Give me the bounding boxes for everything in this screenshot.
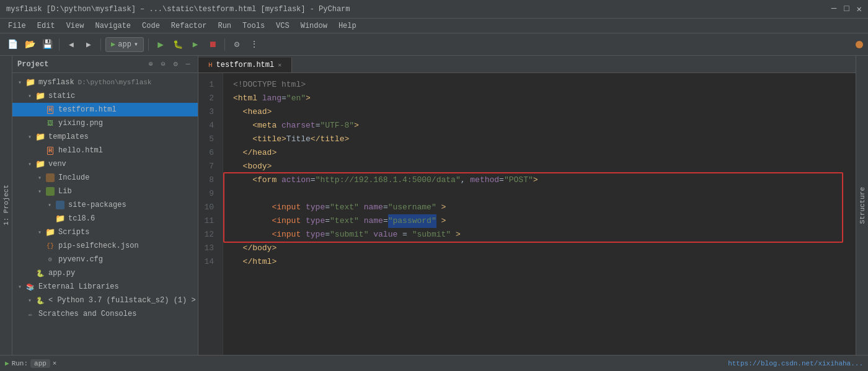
menu-item-file[interactable]: File — [3, 20, 31, 32]
save-btn[interactable]: 💾 — [40, 37, 55, 52]
line-num-4: 4 — [198, 119, 219, 133]
token: </head> — [233, 146, 277, 160]
code-line-3[interactable]: <head> — [233, 105, 856, 119]
code-line-2[interactable]: <html lang="en"> — [233, 92, 856, 105]
line-num-11: 11 — [198, 214, 219, 228]
token: <input — [233, 228, 301, 242]
menu-item-view[interactable]: View — [61, 20, 89, 32]
run-with-coverage-btn[interactable]: ▶ — [188, 37, 203, 52]
sidebar-settings-icon[interactable]: ⚙ — [170, 59, 180, 69]
tree-label-16: < Python 3.7 (fullstack_s2) (1) > D:\i..… — [48, 296, 198, 305]
sidebar-sync-icon[interactable]: ⊕ — [146, 59, 156, 69]
menu-item-edit[interactable]: Edit — [32, 20, 60, 32]
tree-item-14[interactable]: 🐍app.py — [12, 266, 198, 280]
titlebar-text: mysflask [D:\python\mysflask] – ...\stat… — [6, 5, 350, 14]
tree-item-9[interactable]: site-packages — [12, 198, 198, 212]
tab-close-icon[interactable]: ✕ — [278, 61, 281, 69]
code-line-4[interactable]: <meta charset="UTF-8"> — [233, 119, 856, 133]
tree-arrow-1[interactable] — [25, 92, 35, 100]
close-btn[interactable]: ✕ — [857, 4, 862, 14]
forward-btn[interactable]: ▶ — [81, 37, 96, 52]
token: "en" — [286, 92, 306, 105]
open-btn[interactable]: 📂 — [22, 37, 37, 52]
tree-item-16[interactable]: 🐍< Python 3.7 (fullstack_s2) (1) > D:\i.… — [12, 294, 198, 307]
tree-icon-5: H — [45, 145, 56, 156]
token: <!DOCTYPE html> — [233, 78, 306, 92]
tree-item-8[interactable]: Lib — [12, 185, 198, 198]
token: charset — [277, 119, 315, 133]
code-line-5[interactable]: <title>Title</title> — [233, 133, 856, 146]
token: <html — [233, 92, 257, 105]
menu-item-navigate[interactable]: Navigate — [90, 20, 136, 32]
tree-item-11[interactable]: 📁Scripts — [12, 225, 198, 239]
menu-item-vcs[interactable]: VCS — [271, 20, 294, 32]
tree-arrow-16[interactable] — [25, 297, 35, 304]
sidebar-hide-icon[interactable]: — — [183, 59, 193, 69]
line-num-12: 12 — [198, 228, 219, 242]
menu-item-code[interactable]: Code — [137, 20, 165, 32]
tree-arrow-7[interactable] — [35, 174, 45, 181]
tree-arrow-11[interactable] — [35, 229, 45, 236]
line-num-10: 10 — [198, 201, 219, 214]
token: <input — [233, 214, 301, 228]
code-line-12[interactable]: <input type="submit" value = "submit" > — [233, 228, 856, 242]
minimize-btn[interactable]: ─ — [831, 4, 836, 14]
debug-btn[interactable]: 🐛 — [170, 37, 185, 52]
code-line-13[interactable]: </body> — [233, 242, 856, 255]
tree-item-7[interactable]: Include — [12, 171, 198, 185]
tree-arrow-0[interactable] — [15, 79, 25, 86]
code-line-8[interactable]: <form action="http://192.168.1.4:5000/da… — [233, 173, 856, 187]
tree-item-12[interactable]: {}pip-selfcheck.json — [12, 239, 198, 253]
line-num-13: 13 — [198, 242, 219, 255]
tree-item-6[interactable]: 📁venv — [12, 157, 198, 171]
code-line-1[interactable]: <!DOCTYPE html> — [233, 78, 856, 92]
code-line-14[interactable]: </html> — [233, 255, 856, 269]
tree-item-0[interactable]: 📁mysflaskD:\python\mysflask — [12, 76, 198, 89]
run-indicator: ▶ Run: app × — [5, 359, 56, 368]
tree-item-1[interactable]: 📁static — [12, 89, 198, 103]
editor-content: 1234567891011121314 <!DOCTYPE html><html… — [198, 73, 856, 355]
tree-icon-14: 🐍 — [35, 268, 46, 279]
tree-item-15[interactable]: 📚External Libraries — [12, 280, 198, 294]
csdn-link[interactable]: https://blog.csdn.net/xixihaha... — [728, 360, 863, 367]
settings-btn[interactable]: ⚙ — [229, 37, 244, 52]
tree-arrow-8[interactable] — [35, 188, 45, 195]
new-file-btn[interactable]: 📄 — [5, 37, 20, 52]
tree-item-3[interactable]: 🖼yixing.png — [12, 116, 198, 130]
tree-arrow-15[interactable] — [15, 283, 25, 290]
editor-tab-testform[interactable]: H testform.html ✕ — [198, 58, 292, 72]
menu-item-window[interactable]: Window — [296, 20, 332, 32]
app-selector[interactable]: ▶ app ▾ — [105, 37, 144, 52]
tree-item-5[interactable]: Hhello.html — [12, 144, 198, 157]
tree-item-13[interactable]: ⚙pyvenv.cfg — [12, 253, 198, 266]
run-btn[interactable]: ▶ — [153, 37, 168, 52]
maximize-btn[interactable]: □ — [844, 4, 849, 14]
tree-item-10[interactable]: 📁tcl8.6 — [12, 212, 198, 225]
bottom-right: https://blog.csdn.net/xixihaha... — [728, 360, 863, 367]
menu-item-help[interactable]: Help — [334, 20, 361, 32]
stop-btn[interactable]: ⏹ — [205, 37, 220, 52]
more-tools-btn[interactable]: ⋮ — [247, 37, 262, 52]
token: <body> — [233, 160, 272, 173]
tree-item-17[interactable]: ✏Scratches and Consoles — [12, 307, 198, 321]
tree-arrow-4[interactable] — [25, 133, 35, 141]
menu-item-refactor[interactable]: Refactor — [166, 20, 212, 32]
code-line-7[interactable]: <body> — [233, 160, 856, 173]
code-line-9[interactable] — [233, 187, 856, 201]
menu-item-tools[interactable]: Tools — [237, 20, 270, 32]
code-line-10[interactable]: <input type="text" name="username" > — [233, 201, 856, 214]
tree-arrow-6[interactable] — [25, 160, 35, 168]
sidebar-collapse-icon[interactable]: ⊖ — [158, 59, 168, 69]
structure-tab-strip[interactable]: Structure — [856, 56, 868, 355]
back-btn[interactable]: ◀ — [64, 37, 79, 52]
tree-arrow-9[interactable] — [45, 201, 55, 209]
project-tab-strip[interactable]: 1: Project — [0, 56, 12, 355]
code-line-11[interactable]: <input type="text" name="password" > — [233, 214, 856, 228]
code-line-6[interactable]: </head> — [233, 146, 856, 160]
code-view[interactable]: <!DOCTYPE html><html lang="en"> <head> <… — [223, 73, 856, 355]
tree-item-4[interactable]: 📁templates — [12, 130, 198, 144]
tree-item-2[interactable]: Htestform.html — [12, 103, 198, 116]
toolbar: 📄 📂 💾 ◀ ▶ ▶ app ▾ ▶ 🐛 ▶ ⏹ ⚙ ⋮ — [0, 33, 868, 56]
menu-item-run[interactable]: Run — [213, 20, 236, 32]
run-close-icon[interactable]: × — [53, 360, 57, 367]
